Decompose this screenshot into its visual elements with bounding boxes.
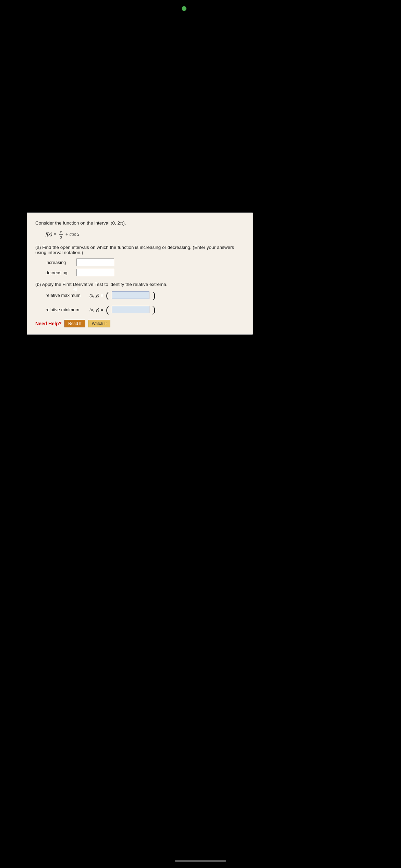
part-a-label: (a) Find the open intervals on which the… <box>35 245 244 255</box>
watch-it-button[interactable]: Watch It <box>88 320 111 327</box>
relative-minimum-row: relative minimum (x, y) = ( ) <box>46 305 244 314</box>
rel-min-label: relative minimum <box>46 307 87 312</box>
rel-max-eq: (x, y) = <box>89 293 103 298</box>
decreasing-label: decreasing <box>46 270 73 275</box>
part-a-text: (a) Find the open intervals on which the… <box>35 245 234 255</box>
function-fraction: x 2 <box>59 229 63 240</box>
home-indicator <box>175 860 226 862</box>
relative-maximum-row: relative maximum (x, y) = ( ) <box>46 290 244 300</box>
paren-right-max: ) <box>152 290 155 300</box>
paren-left-max: ( <box>106 290 109 300</box>
read-it-button[interactable]: Read It <box>64 320 85 327</box>
function-rhs: + cos x <box>65 232 79 237</box>
paren-right-min: ) <box>152 305 155 314</box>
increasing-label: increasing <box>46 260 73 265</box>
paren-left-min: ( <box>106 305 109 314</box>
function-display: f(x) = x 2 + cos x <box>46 229 244 240</box>
rel-min-input[interactable] <box>112 306 149 313</box>
function-lhs: f(x) = <box>46 232 57 237</box>
increasing-row: increasing <box>46 258 244 266</box>
need-help-row: Need Help? Read It Watch It <box>35 320 244 327</box>
increasing-input[interactable] <box>76 258 114 266</box>
part-b-text: (b) Apply the First Derivative Test to i… <box>35 282 167 287</box>
rel-max-input[interactable] <box>112 291 149 299</box>
status-indicator <box>182 6 186 11</box>
part-b-label: (b) Apply the First Derivative Test to i… <box>35 282 244 287</box>
part-b-section: (b) Apply the First Derivative Test to i… <box>35 282 244 314</box>
need-help-label: Need Help? <box>35 321 62 326</box>
rel-min-eq: (x, y) = <box>89 307 103 312</box>
decreasing-row: decreasing <box>46 269 244 276</box>
decreasing-input[interactable] <box>76 269 114 276</box>
problem-card: Consider the function on the interval (0… <box>27 213 253 335</box>
problem-intro: Consider the function on the interval (0… <box>35 220 244 226</box>
rel-max-label: relative maximum <box>46 293 87 298</box>
